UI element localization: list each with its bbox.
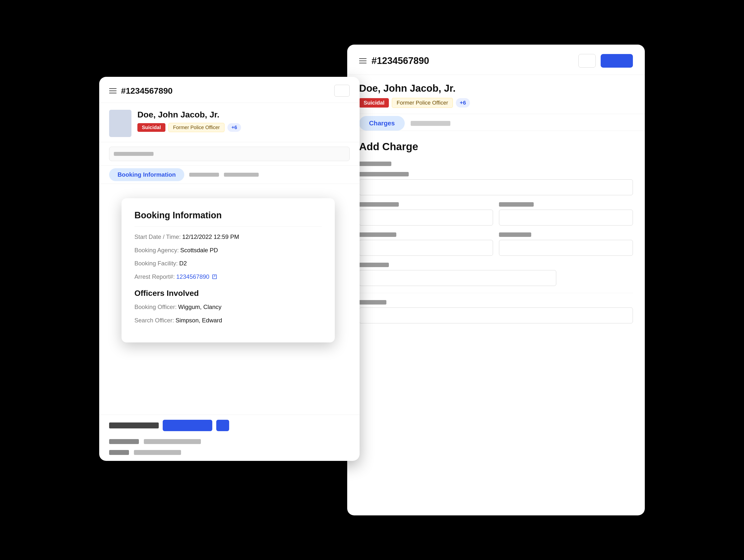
front-footer-row-2 [99, 450, 360, 461]
front-card-header: #1234567890 [99, 77, 360, 103]
front-card-tabs: Booking Information [99, 166, 360, 184]
form-label-7 [359, 263, 389, 267]
booking-facility-row: Booking Facility: D2 [135, 259, 322, 268]
form-input-7[interactable] [359, 308, 633, 323]
back-tags-row: Suicidal Former Police Officer +6 [359, 98, 633, 108]
header-ghost-button[interactable] [578, 54, 596, 68]
start-date-value: 12/12/2022 12:59 PM [182, 233, 239, 241]
back-card-body: Add Charge [347, 131, 645, 515]
booking-officer-value: Wiggum, Clancy [178, 303, 221, 311]
front-search-section [99, 142, 360, 166]
form-input-3[interactable] [499, 210, 633, 226]
footer-item-4 [134, 450, 181, 455]
booking-facility-label: Booking Facility: [135, 259, 178, 268]
arrest-report-link[interactable]: 1234567890 [176, 273, 217, 281]
tag-more-count[interactable]: +6 [456, 98, 470, 108]
back-record-number: #1234567890 [372, 55, 573, 66]
tab-ph-1[interactable] [189, 173, 219, 177]
footer-item-3 [109, 450, 129, 455]
front-hamburger-icon[interactable] [109, 88, 117, 93]
footer-item-2 [144, 439, 201, 444]
form-input-5[interactable] [499, 240, 633, 256]
form-label-5 [359, 232, 396, 237]
search-officer-row: Search Officer: Simpson, Edward [135, 316, 322, 325]
search-officer-value: Simpson, Edward [176, 316, 222, 325]
form-input-2[interactable] [359, 210, 493, 226]
hamburger-menu-icon[interactable] [359, 58, 367, 64]
form-divider [359, 293, 633, 293]
form-label-4 [499, 202, 534, 207]
booking-agency-label: Booking Agency: [135, 246, 179, 254]
back-person-name: Doe, John Jacob, Jr. [359, 83, 633, 94]
search-box[interactable] [109, 147, 350, 161]
front-footer-row [99, 436, 360, 450]
external-link-icon [212, 275, 217, 279]
front-tag-suicidal: Suicidal [137, 123, 165, 132]
form-label-3 [359, 202, 399, 207]
person-avatar [109, 110, 132, 137]
front-tags-row: Suicidal Former Police Officer +6 [137, 123, 350, 132]
front-header-ghost-button[interactable] [334, 85, 350, 96]
add-charge-title: Add Charge [359, 141, 633, 153]
back-card-tabs: Charges [347, 116, 645, 131]
tag-suicidal: Suicidal [359, 98, 389, 108]
back-card-header: #1234567890 [347, 45, 645, 75]
front-record-number: #1234567890 [121, 86, 330, 96]
tab-charges[interactable]: Charges [359, 116, 405, 130]
form-label-8 [359, 300, 386, 305]
header-blue-button[interactable] [601, 54, 633, 68]
tab-placeholder-1[interactable] [411, 121, 450, 126]
search-officer-label: Search Officer: [135, 316, 174, 325]
bottom-bar-action-1[interactable] [163, 420, 212, 431]
form-label-2 [359, 172, 409, 176]
front-person-name: Doe, John Jacob, Jr. [137, 110, 350, 119]
form-label-1 [359, 162, 392, 166]
front-person-info: Doe, John Jacob, Jr. Suicidal Former Pol… [137, 110, 350, 132]
bottom-bar-label-1 [109, 423, 159, 429]
arrest-report-row: Arrest Report#: 1234567890 [135, 273, 322, 281]
back-card: #1234567890 Doe, John Jacob, Jr. Suicida… [347, 45, 645, 515]
front-person-section: Doe, John Jacob, Jr. Suicidal Former Pol… [99, 103, 360, 142]
tab-ph-2[interactable] [224, 173, 259, 177]
back-person-section: Doe, John Jacob, Jr. Suicidal Former Pol… [347, 75, 645, 114]
tab-booking-information[interactable]: Booking Information [109, 168, 184, 181]
booking-facility-value: D2 [179, 259, 187, 268]
search-placeholder [114, 152, 153, 156]
tag-former-police-officer: Former Police Officer [392, 98, 453, 108]
booking-info-popup: Booking Information Start Date / Time: 1… [121, 198, 335, 343]
form-input-6[interactable] [359, 270, 556, 286]
front-card-bottom-bar [99, 414, 360, 436]
form-input-4[interactable] [359, 240, 493, 256]
start-date-label: Start Date / Time: [135, 233, 181, 241]
arrest-report-label: Arrest Report#: [135, 273, 175, 281]
booking-officer-row: Booking Officer: Wiggum, Clancy [135, 303, 322, 311]
booking-agency-value: Scottsdale PD [180, 246, 218, 254]
footer-item-1 [109, 439, 139, 444]
officers-section-title: Officers Involved [135, 289, 322, 298]
bottom-bar-action-2[interactable] [216, 420, 229, 431]
front-tag-former-police-officer: Former Police Officer [169, 123, 225, 132]
form-input-1[interactable] [359, 179, 633, 195]
start-date-row: Start Date / Time: 12/12/2022 12:59 PM [135, 233, 322, 241]
booking-agency-row: Booking Agency: Scottsdale PD [135, 246, 322, 254]
booking-officer-label: Booking Officer: [135, 303, 177, 311]
front-tag-more-count[interactable]: +6 [227, 123, 241, 132]
popup-title: Booking Information [135, 210, 322, 227]
form-label-6 [499, 232, 531, 237]
